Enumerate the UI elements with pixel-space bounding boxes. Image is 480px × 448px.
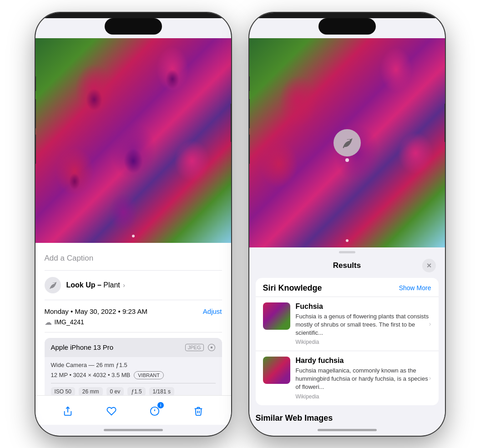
siri-knowledge-title: Siri Knowledge <box>263 283 322 293</box>
exif-shutter: 1/181 s <box>149 387 174 396</box>
like-button[interactable] <box>101 401 121 421</box>
hardy-fuchsia-content: Hardy fuchsia Fuchsia magellanica, commo… <box>296 357 431 400</box>
fuchsia-name: Fuchsia <box>296 302 431 311</box>
cloud-icon: ☁ <box>45 318 52 327</box>
adjust-button[interactable]: Adjust <box>203 307 222 315</box>
vibrant-badge: VIBRANT <box>134 371 164 379</box>
volume-up-button-right[interactable] <box>249 99 250 128</box>
home-indicator <box>104 429 163 431</box>
home-indicator-right <box>318 429 377 431</box>
flower-photo-right <box>249 38 445 247</box>
delete-button[interactable] <box>188 401 208 421</box>
similar-title: Similar Web Images <box>256 413 439 423</box>
fuchsia-thumbnail <box>263 302 290 330</box>
exif-iso: ISO 50 <box>51 387 75 396</box>
siri-lookup-badge[interactable] <box>333 129 361 156</box>
results-panel: Results ✕ Siri Knowledge Show More Fuchs… <box>249 247 445 427</box>
pagination-indicator-right <box>346 239 349 242</box>
lookup-label[interactable]: Look Up – Plant › <box>66 281 125 289</box>
knowledge-section: Siri Knowledge Show More Fuchsia Fuchsia… <box>256 278 439 405</box>
exif-focal: 26 mm <box>79 387 103 396</box>
fuchsia-description: Fuchsia is a genus of flowering plants t… <box>296 312 431 337</box>
svg-point-1 <box>210 346 212 348</box>
volume-down-button-right[interactable] <box>249 135 250 164</box>
right-phone-scroll[interactable]: Results ✕ Siri Knowledge Show More Fuchs… <box>249 38 445 427</box>
bottom-toolbar: i <box>35 395 231 425</box>
hardy-fuchsia-source: Wikipedia <box>296 393 431 400</box>
results-close-button[interactable]: ✕ <box>422 259 436 272</box>
pagination-indicator <box>132 235 135 237</box>
location-icon <box>207 343 216 352</box>
power-button[interactable] <box>231 104 231 142</box>
flower-photo[interactable] <box>35 38 231 243</box>
volume-down-button[interactable] <box>35 135 36 164</box>
siri-indicator-dot <box>345 158 349 162</box>
lookup-icon-circle <box>45 277 61 293</box>
similar-section: Similar Web Images <box>249 412 445 427</box>
share-button[interactable] <box>58 401 78 421</box>
leaf-icon <box>48 281 57 290</box>
lookup-row[interactable]: Look Up – Plant › <box>45 271 222 300</box>
results-title: Results <box>272 261 422 270</box>
right-phone: Results ✕ Siri Knowledge Show More Fuchs… <box>249 13 445 436</box>
left-phone: Add a Caption Look Up – Plant › <box>35 13 231 436</box>
fuchsia-content: Fuchsia Fuchsia is a genus of flowering … <box>296 302 431 346</box>
knowledge-item-fuchsia[interactable]: Fuchsia Fuchsia is a genus of flowering … <box>256 297 439 351</box>
exif-aperture: ƒ1.5 <box>127 387 145 396</box>
dynamic-island-right <box>318 18 376 35</box>
camera-info: Wide Camera — 26 mm ƒ1.5 <box>51 362 216 368</box>
volume-up-button[interactable] <box>35 99 36 128</box>
fuchsia-chevron-icon: › <box>429 320 431 327</box>
format-badge: JPEG <box>185 344 204 351</box>
left-phone-scroll[interactable]: Add a Caption Look Up – Plant › <box>35 38 231 403</box>
fuchsia-source: Wikipedia <box>296 339 431 345</box>
hardy-fuchsia-description: Fuchsia magellanica, commonly known as t… <box>296 367 431 392</box>
exif-ev: 0 ev <box>106 387 124 396</box>
info-badge: i <box>157 402 164 408</box>
show-more-button[interactable]: Show More <box>399 284 431 292</box>
device-name: Apple iPhone 13 Pro <box>51 343 114 351</box>
hardy-fuchsia-name: Hardy fuchsia <box>296 357 431 365</box>
hardy-fuchsia-thumbnail <box>263 357 290 384</box>
date-section: Monday • May 30, 2022 • 9:23 AM Adjust ☁… <box>45 300 222 332</box>
knowledge-item-hardy-fuchsia[interactable]: Hardy fuchsia Fuchsia magellanica, commo… <box>256 351 439 405</box>
power-button-right[interactable] <box>445 104 445 142</box>
drag-handle[interactable] <box>339 251 355 253</box>
mute-button[interactable] <box>35 76 36 91</box>
date-text: Monday • May 30, 2022 • 9:23 AM <box>45 307 147 315</box>
info-button[interactable]: i <box>145 401 165 421</box>
caption-area[interactable]: Add a Caption <box>45 250 222 271</box>
device-section: Apple iPhone 13 Pro JPEG Wide Camera — 2… <box>45 338 222 403</box>
mute-button-right[interactable] <box>249 76 250 91</box>
filename-text: IMG_4241 <box>55 318 84 326</box>
hardy-fuchsia-chevron-icon: › <box>429 374 431 382</box>
results-header: Results ✕ <box>249 255 445 278</box>
dynamic-island <box>105 18 162 35</box>
caption-placeholder[interactable]: Add a Caption <box>45 254 94 262</box>
resolution-info: 12 MP • 3024 × 4032 • 3.5 MB VIBRANT <box>51 371 216 379</box>
photo-info-panel: Add a Caption Look Up – Plant › <box>35 243 231 403</box>
